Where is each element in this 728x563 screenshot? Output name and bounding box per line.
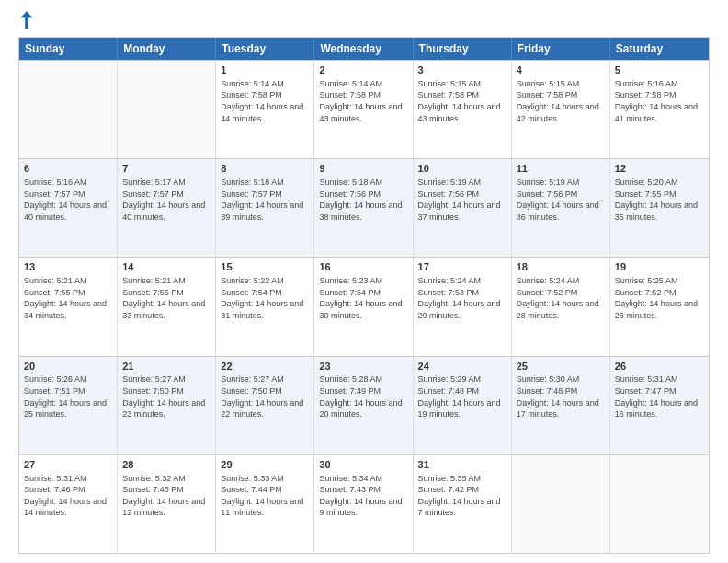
- day-number: 23: [319, 360, 407, 373]
- cal-day-9: 9Sunrise: 5:18 AM Sunset: 7:56 PM Daylig…: [314, 159, 413, 257]
- day-info: Sunrise: 5:16 AM Sunset: 7:57 PM Dayligh…: [24, 177, 112, 223]
- cal-day-16: 16Sunrise: 5:23 AM Sunset: 7:54 PM Dayli…: [314, 258, 413, 355]
- cal-day-29: 29Sunrise: 5:33 AM Sunset: 7:44 PM Dayli…: [216, 455, 314, 553]
- day-info: Sunrise: 5:31 AM Sunset: 7:46 PM Dayligh…: [24, 473, 112, 519]
- cal-day-3: 3Sunrise: 5:15 AM Sunset: 7:58 PM Daylig…: [414, 61, 512, 158]
- day-number: 12: [615, 162, 704, 176]
- day-number: 28: [122, 458, 210, 472]
- day-number: 21: [122, 360, 210, 373]
- day-info: Sunrise: 5:24 AM Sunset: 7:53 PM Dayligh…: [418, 275, 506, 321]
- cal-week-2: 6Sunrise: 5:16 AM Sunset: 7:57 PM Daylig…: [19, 158, 709, 257]
- calendar: SundayMondayTuesdayWednesdayThursdayFrid…: [18, 37, 710, 554]
- day-number: 10: [418, 162, 506, 176]
- cal-week-1: 1Sunrise: 5:14 AM Sunset: 7:58 PM Daylig…: [19, 60, 709, 158]
- day-info: Sunrise: 5:34 AM Sunset: 7:43 PM Dayligh…: [319, 473, 407, 519]
- cal-day-2: 2Sunrise: 5:14 AM Sunset: 7:58 PM Daylig…: [314, 61, 413, 158]
- day-info: Sunrise: 5:27 AM Sunset: 7:50 PM Dayligh…: [122, 373, 210, 419]
- cal-week-5: 27Sunrise: 5:31 AM Sunset: 7:46 PM Dayli…: [19, 454, 709, 553]
- day-info: Sunrise: 5:26 AM Sunset: 7:51 PM Dayligh…: [24, 373, 112, 419]
- day-info: Sunrise: 5:19 AM Sunset: 7:56 PM Dayligh…: [418, 177, 506, 223]
- cal-empty-4-6: [610, 455, 709, 553]
- day-number: 9: [319, 162, 407, 176]
- day-info: Sunrise: 5:31 AM Sunset: 7:47 PM Dayligh…: [615, 373, 704, 419]
- day-info: Sunrise: 5:18 AM Sunset: 7:56 PM Dayligh…: [319, 177, 407, 223]
- day-info: Sunrise: 5:28 AM Sunset: 7:49 PM Dayligh…: [319, 373, 407, 419]
- logo-icon: [20, 11, 33, 29]
- cal-day-6: 6Sunrise: 5:16 AM Sunset: 7:57 PM Daylig…: [19, 159, 118, 257]
- cal-header-thursday: Thursday: [414, 38, 512, 60]
- cal-day-30: 30Sunrise: 5:34 AM Sunset: 7:43 PM Dayli…: [314, 455, 413, 553]
- day-number: 14: [122, 260, 210, 274]
- cal-day-7: 7Sunrise: 5:17 AM Sunset: 7:57 PM Daylig…: [118, 159, 216, 257]
- day-number: 20: [24, 360, 112, 373]
- day-number: 13: [24, 260, 112, 274]
- day-info: Sunrise: 5:22 AM Sunset: 7:54 PM Dayligh…: [221, 275, 309, 321]
- cal-day-25: 25Sunrise: 5:30 AM Sunset: 7:48 PM Dayli…: [512, 357, 610, 454]
- day-info: Sunrise: 5:15 AM Sunset: 7:58 PM Dayligh…: [517, 78, 605, 124]
- day-number: 3: [418, 63, 506, 77]
- cal-day-19: 19Sunrise: 5:25 AM Sunset: 7:52 PM Dayli…: [610, 258, 709, 355]
- day-number: 29: [221, 458, 309, 472]
- day-info: Sunrise: 5:21 AM Sunset: 7:55 PM Dayligh…: [24, 275, 112, 321]
- day-info: Sunrise: 5:23 AM Sunset: 7:54 PM Dayligh…: [319, 275, 407, 321]
- cal-day-17: 17Sunrise: 5:24 AM Sunset: 7:53 PM Dayli…: [414, 258, 512, 355]
- cal-empty-0-0: [19, 61, 118, 158]
- day-number: 26: [615, 360, 704, 373]
- cal-header-saturday: Saturday: [610, 38, 709, 60]
- cal-header-monday: Monday: [118, 38, 216, 60]
- cal-day-22: 22Sunrise: 5:27 AM Sunset: 7:50 PM Dayli…: [216, 357, 314, 454]
- cal-week-4: 20Sunrise: 5:26 AM Sunset: 7:51 PM Dayli…: [19, 356, 709, 454]
- day-number: 4: [517, 63, 605, 77]
- day-info: Sunrise: 5:18 AM Sunset: 7:57 PM Dayligh…: [221, 177, 309, 223]
- day-number: 7: [122, 162, 210, 176]
- day-info: Sunrise: 5:25 AM Sunset: 7:52 PM Dayligh…: [615, 275, 704, 321]
- day-number: 17: [418, 260, 506, 274]
- cal-day-23: 23Sunrise: 5:28 AM Sunset: 7:49 PM Dayli…: [314, 357, 413, 454]
- day-number: 6: [24, 162, 112, 176]
- logo: [18, 15, 33, 29]
- cal-day-21: 21Sunrise: 5:27 AM Sunset: 7:50 PM Dayli…: [118, 357, 216, 454]
- day-number: 5: [615, 63, 704, 77]
- day-info: Sunrise: 5:30 AM Sunset: 7:48 PM Dayligh…: [517, 373, 605, 419]
- cal-day-10: 10Sunrise: 5:19 AM Sunset: 7:56 PM Dayli…: [414, 159, 512, 257]
- day-number: 27: [24, 458, 112, 472]
- cal-header-friday: Friday: [512, 38, 610, 60]
- cal-day-26: 26Sunrise: 5:31 AM Sunset: 7:47 PM Dayli…: [610, 357, 709, 454]
- cal-day-14: 14Sunrise: 5:21 AM Sunset: 7:55 PM Dayli…: [118, 258, 216, 355]
- cal-empty-4-5: [512, 455, 610, 553]
- day-info: Sunrise: 5:24 AM Sunset: 7:52 PM Dayligh…: [517, 275, 605, 321]
- day-info: Sunrise: 5:21 AM Sunset: 7:55 PM Dayligh…: [122, 275, 210, 321]
- day-number: 11: [517, 162, 605, 176]
- header: [18, 15, 710, 29]
- day-info: Sunrise: 5:14 AM Sunset: 7:58 PM Dayligh…: [221, 78, 309, 124]
- day-info: Sunrise: 5:35 AM Sunset: 7:42 PM Dayligh…: [418, 473, 506, 519]
- day-number: 2: [319, 63, 407, 77]
- day-info: Sunrise: 5:19 AM Sunset: 7:56 PM Dayligh…: [517, 177, 605, 223]
- cal-day-5: 5Sunrise: 5:16 AM Sunset: 7:58 PM Daylig…: [610, 61, 709, 158]
- cal-day-12: 12Sunrise: 5:20 AM Sunset: 7:55 PM Dayli…: [610, 159, 709, 257]
- day-number: 15: [221, 260, 309, 274]
- day-info: Sunrise: 5:32 AM Sunset: 7:45 PM Dayligh…: [122, 473, 210, 519]
- cal-day-13: 13Sunrise: 5:21 AM Sunset: 7:55 PM Dayli…: [19, 258, 118, 355]
- day-number: 22: [221, 360, 309, 373]
- cal-day-8: 8Sunrise: 5:18 AM Sunset: 7:57 PM Daylig…: [216, 159, 314, 257]
- calendar-header-row: SundayMondayTuesdayWednesdayThursdayFrid…: [19, 38, 709, 60]
- day-info: Sunrise: 5:29 AM Sunset: 7:48 PM Dayligh…: [418, 373, 506, 419]
- cal-day-24: 24Sunrise: 5:29 AM Sunset: 7:48 PM Dayli…: [414, 357, 512, 454]
- day-number: 24: [418, 360, 506, 373]
- cal-day-4: 4Sunrise: 5:15 AM Sunset: 7:58 PM Daylig…: [512, 61, 610, 158]
- cal-week-3: 13Sunrise: 5:21 AM Sunset: 7:55 PM Dayli…: [19, 257, 709, 355]
- day-info: Sunrise: 5:15 AM Sunset: 7:58 PM Dayligh…: [418, 78, 506, 124]
- day-number: 16: [319, 260, 407, 274]
- day-info: Sunrise: 5:33 AM Sunset: 7:44 PM Dayligh…: [221, 473, 309, 519]
- cal-day-28: 28Sunrise: 5:32 AM Sunset: 7:45 PM Dayli…: [118, 455, 216, 553]
- day-info: Sunrise: 5:17 AM Sunset: 7:57 PM Dayligh…: [122, 177, 210, 223]
- cal-day-18: 18Sunrise: 5:24 AM Sunset: 7:52 PM Dayli…: [512, 258, 610, 355]
- cal-header-sunday: Sunday: [19, 38, 118, 60]
- day-number: 19: [615, 260, 704, 274]
- calendar-body: 1Sunrise: 5:14 AM Sunset: 7:58 PM Daylig…: [19, 60, 709, 553]
- cal-day-15: 15Sunrise: 5:22 AM Sunset: 7:54 PM Dayli…: [216, 258, 314, 355]
- day-info: Sunrise: 5:27 AM Sunset: 7:50 PM Dayligh…: [221, 373, 309, 419]
- cal-day-11: 11Sunrise: 5:19 AM Sunset: 7:56 PM Dayli…: [512, 159, 610, 257]
- day-info: Sunrise: 5:20 AM Sunset: 7:55 PM Dayligh…: [615, 177, 704, 223]
